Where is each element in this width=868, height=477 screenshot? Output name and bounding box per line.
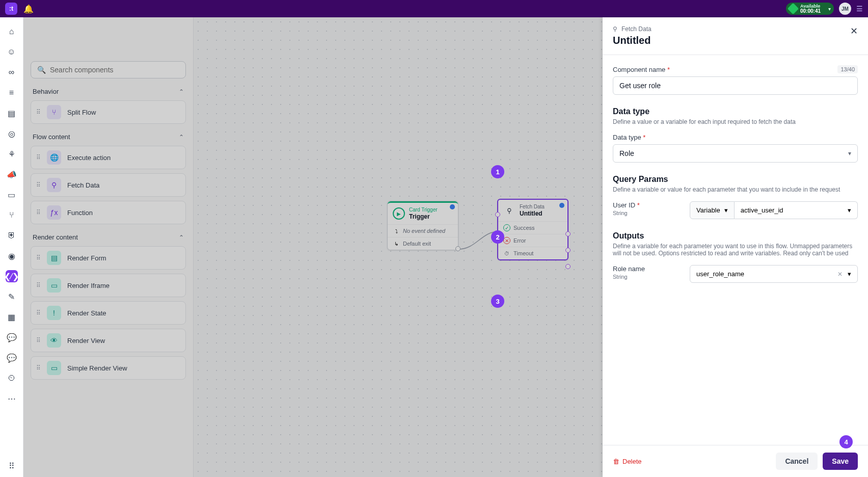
drawer-title: Untitled	[613, 35, 652, 46]
status-diamond-icon	[788, 3, 799, 15]
nav-link-icon[interactable]: ∞	[6, 66, 18, 78]
chevron-down-icon: ▾	[848, 206, 851, 214]
query-params-section: Query Params Define a variable or value …	[613, 175, 858, 219]
clear-icon[interactable]: ✕	[837, 271, 843, 278]
main-wrap: ⌂ ☺ ∞ ≡ ▤ ◎ ⚘ 📣 ▭ ⑂ ⛨ ◉ ❮∕❯ ✎ ▦ 💬 💬 ⏲ ⋯ …	[0, 17, 868, 477]
availability-status[interactable]: Available 00:00:41 ▾	[786, 3, 834, 15]
section-title: Query Params	[613, 175, 858, 184]
param-value-select[interactable]: active_user_id ▾	[735, 201, 858, 219]
app-logo[interactable]: :t	[5, 3, 17, 15]
param-user-id: User ID * String Variable ▾ active_user_…	[613, 201, 858, 219]
char-counter: 13/40	[837, 65, 858, 73]
user-avatar[interactable]: JM	[839, 3, 851, 15]
nav-team-icon[interactable]: ⚘	[6, 148, 18, 160]
nav-contact-icon[interactable]: ▤	[6, 107, 18, 119]
field-label: Component name *	[613, 66, 670, 73]
topbar-right: Available 00:00:41 ▾ JM ☰	[786, 3, 863, 15]
notifications-icon[interactable]: 🔔	[23, 4, 34, 14]
data-type-select[interactable]: Role ▾	[613, 144, 858, 163]
panel-toggle-icon[interactable]: ☰	[856, 5, 863, 13]
nav-code-icon[interactable]: ❮∕❯	[6, 270, 18, 282]
section-desc: Define a variable or value for each para…	[613, 186, 858, 193]
chevron-down-icon: ▾	[724, 206, 728, 214]
save-button[interactable]: Save	[823, 453, 858, 470]
nav-home-icon[interactable]: ⌂	[6, 25, 18, 38]
nav-chat-icon[interactable]: 💬	[6, 331, 18, 343]
outputs-section: Outputs Define a variable for each param…	[613, 231, 858, 283]
nav-apps-icon[interactable]: ▦	[6, 311, 18, 323]
nav-book-icon[interactable]: ▭	[6, 189, 18, 201]
fetch-data-icon: ⚲	[613, 25, 617, 33]
cancel-button[interactable]: Cancel	[776, 453, 818, 470]
close-button[interactable]: ✕	[850, 25, 858, 37]
nav-target-icon[interactable]: ◎	[6, 127, 18, 140]
nav-fingerprint-icon[interactable]: ◉	[6, 250, 18, 262]
field-label: Data type *	[613, 134, 858, 141]
drawer-footer: 🗑 Delete Cancel Save	[603, 445, 868, 477]
nav-more-icon[interactable]: ⋯	[6, 392, 18, 405]
output-label: Role name	[613, 265, 690, 273]
help-bubble-4[interactable]: 4	[839, 435, 853, 448]
chevron-down-icon: ▾	[848, 150, 851, 157]
section-title: Outputs	[613, 231, 858, 241]
chevron-down-icon: ▾	[848, 270, 851, 278]
nav-route-icon[interactable]: ⑂	[6, 209, 18, 221]
section-title: Data type	[613, 107, 858, 116]
section-desc: Define a variable for each parameter you…	[613, 243, 858, 257]
help-bubble-1[interactable]: 1	[491, 165, 504, 178]
nav-chat2-icon[interactable]: 💬	[6, 352, 18, 364]
param-kind-select[interactable]: Variable ▾	[690, 201, 735, 219]
content-area: ☰ Automation Designer Fetch data Workspa…	[23, 17, 868, 477]
component-name-field: Component name * 13/40	[613, 65, 858, 95]
param-type: String	[613, 210, 690, 216]
param-label: User ID *	[613, 201, 690, 209]
component-name-input[interactable]	[613, 76, 858, 95]
status-text: Available 00:00:41	[800, 4, 821, 14]
output-value-select[interactable]: user_role_name ✕ ▾	[690, 265, 858, 283]
delete-button[interactable]: 🗑 Delete	[613, 458, 642, 465]
help-bubble-2[interactable]: 2	[491, 230, 504, 244]
topbar-left: :t 🔔	[5, 3, 34, 15]
nav-people-icon[interactable]: ☺	[6, 46, 18, 58]
nav-shield-icon[interactable]: ⛨	[6, 229, 18, 242]
status-time: 00:00:41	[800, 9, 821, 14]
output-type: String	[613, 274, 690, 280]
select-value: Role	[619, 149, 634, 157]
drawer-type-label: ⚲ Fetch Data	[613, 25, 652, 33]
icon-rail: ⌂ ☺ ∞ ≡ ▤ ◎ ⚘ 📣 ▭ ⑂ ⛨ ◉ ❮∕❯ ✎ ▦ 💬 💬 ⏲ ⋯ …	[0, 17, 23, 477]
help-bubble-3[interactable]: 3	[491, 295, 504, 308]
nav-edit-icon[interactable]: ✎	[6, 290, 18, 303]
nav-list-icon[interactable]: ≡	[6, 87, 18, 99]
output-role-name: Role name String user_role_name ✕ ▾	[613, 265, 858, 283]
nav-campaign-icon[interactable]: 📣	[6, 168, 18, 180]
trash-icon: 🗑	[613, 458, 619, 465]
data-type-section: Data type Define a value or a variable f…	[613, 107, 858, 163]
nav-dashboard-icon[interactable]: ⏲	[6, 372, 18, 384]
properties-drawer: ⚲ Fetch Data Untitled ✕ Component name *…	[603, 17, 868, 477]
topbar: :t 🔔 Available 00:00:41 ▾ JM ☰	[0, 0, 868, 17]
app-switcher-icon[interactable]: ⠿	[6, 460, 18, 472]
chevron-down-icon: ▾	[828, 6, 831, 12]
drawer-body: Component name * 13/40 Data type Define …	[603, 55, 868, 445]
drawer-header: ⚲ Fetch Data Untitled ✕	[603, 17, 868, 55]
section-desc: Define a value or a variable for each in…	[613, 118, 858, 125]
